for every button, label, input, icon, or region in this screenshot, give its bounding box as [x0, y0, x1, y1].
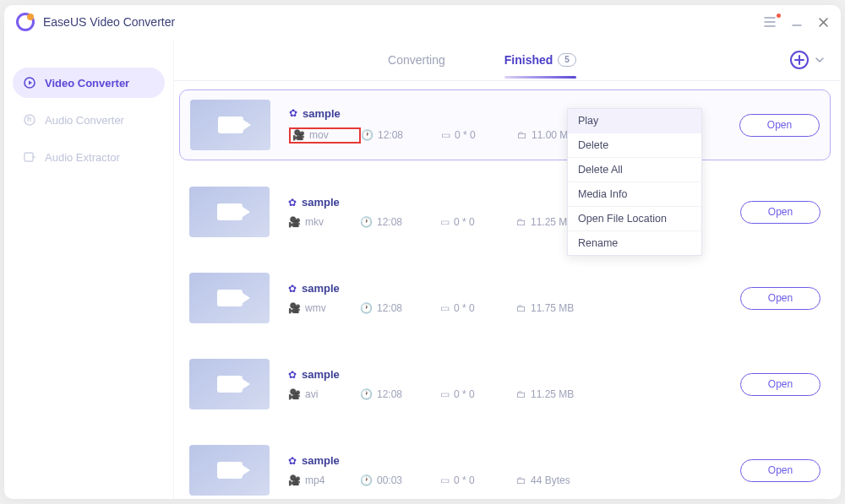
open-button[interactable]: Open — [740, 201, 820, 224]
video-converter-icon — [23, 76, 36, 89]
folder-icon: 🗀 — [516, 302, 526, 314]
settings-icon[interactable]: ✿ — [288, 369, 297, 381]
file-list: ✿ sample 🎥mov 🕐12:08 ▭0 * 0 🗀11.00 MB Op… — [174, 81, 841, 499]
clock-icon: 🕐 — [360, 302, 373, 314]
close-button[interactable] — [818, 17, 829, 28]
sidebar-item-audio-extractor[interactable]: Audio Extractor — [13, 142, 165, 172]
app-logo-icon — [16, 13, 35, 31]
sidebar-item-video-converter[interactable]: Video Converter — [13, 68, 165, 98]
resolution-icon: ▭ — [440, 388, 450, 400]
add-button[interactable] — [790, 51, 809, 69]
svg-point-1 — [25, 115, 35, 125]
folder-icon: 🗀 — [516, 388, 526, 400]
tab-actions — [790, 51, 824, 69]
file-format: 🎥wmv — [288, 302, 360, 314]
title-bar: EaseUS Video Converter — [4, 5, 841, 39]
file-resolution: ▭0 * 0 — [440, 474, 516, 486]
thumbnail — [189, 273, 270, 323]
tab-converting[interactable]: Converting — [388, 41, 445, 79]
thumbnail — [189, 445, 270, 496]
video-icon — [217, 203, 243, 220]
folder-icon: 🗀 — [517, 129, 527, 141]
context-menu-delete-all[interactable]: Delete All — [568, 158, 701, 182]
file-size: 🗀44 Bytes — [516, 474, 584, 486]
open-button[interactable]: Open — [740, 373, 820, 396]
app-body: Video Converter Audio Converter Audio Ex… — [4, 39, 841, 499]
sidebar: Video Converter Audio Converter Audio Ex… — [4, 39, 173, 499]
app-title: EaseUS Video Converter — [43, 15, 175, 29]
thumbnail — [189, 359, 270, 409]
settings-icon[interactable]: ✿ — [288, 455, 297, 467]
camera-icon: 🎥 — [288, 474, 301, 486]
file-duration: 🕐12:08 — [360, 216, 440, 228]
add-dropdown-icon[interactable] — [815, 57, 824, 62]
video-icon — [217, 290, 243, 306]
thumbnail — [189, 187, 270, 237]
context-menu-play[interactable]: Play — [568, 109, 701, 133]
file-meta: ✿ sample 🎥wmv 🕐12:08 ▭0 * 0 🗀11.75 MB — [288, 282, 740, 314]
settings-icon[interactable]: ✿ — [288, 283, 297, 295]
app-window: EaseUS Video Converter Video Converter — [4, 5, 841, 499]
folder-icon: 🗀 — [516, 474, 526, 486]
open-button[interactable]: Open — [740, 287, 820, 310]
file-format: 🎥mov — [289, 127, 361, 144]
main-panel: Converting Finished 5 — [173, 39, 841, 499]
file-resolution: ▭0 * 0 — [440, 388, 516, 400]
context-menu-delete[interactable]: Delete — [568, 133, 701, 158]
video-icon — [218, 117, 243, 133]
file-name: sample — [302, 282, 340, 295]
resolution-icon: ▭ — [440, 216, 450, 228]
resolution-icon: ▭ — [440, 474, 450, 486]
file-meta: ✿ sample 🎥avi 🕐12:08 ▭0 * 0 🗀11.25 MB — [288, 368, 740, 400]
file-row[interactable]: ✿ sample 🎥avi 🕐12:08 ▭0 * 0 🗀11.25 MB Op… — [179, 350, 831, 419]
open-button[interactable]: Open — [739, 114, 820, 137]
file-row[interactable]: ✿ sample 🎥mp4 🕐00:03 ▭0 * 0 🗀44 Bytes Op… — [179, 436, 831, 499]
sidebar-item-audio-converter[interactable]: Audio Converter — [13, 105, 165, 135]
menu-icon[interactable] — [764, 17, 776, 27]
tab-finished[interactable]: Finished 5 — [504, 41, 576, 79]
file-row[interactable]: ✿ sample 🎥wmv 🕐12:08 ▭0 * 0 🗀11.75 MB Op… — [179, 263, 831, 333]
camera-icon: 🎥 — [288, 216, 301, 228]
svg-rect-2 — [25, 153, 33, 161]
open-button[interactable]: Open — [740, 459, 820, 482]
camera-icon: 🎥 — [288, 388, 301, 400]
audio-converter-icon — [23, 113, 36, 127]
clock-icon: 🕐 — [361, 129, 373, 141]
video-icon — [217, 462, 243, 479]
file-name: sample — [302, 454, 340, 467]
camera-icon: 🎥 — [292, 129, 305, 141]
context-menu: Play Delete Delete All Media Info Open F… — [567, 108, 702, 256]
clock-icon: 🕐 — [360, 474, 373, 486]
tab-label: Converting — [388, 53, 445, 67]
settings-icon[interactable]: ✿ — [288, 197, 297, 209]
sidebar-item-label: Audio Converter — [45, 114, 124, 127]
file-row[interactable]: ✿ sample 🎥mov 🕐12:08 ▭0 * 0 🗀11.00 MB Op… — [179, 89, 831, 160]
finished-count-badge: 5 — [558, 53, 576, 67]
file-format: 🎥avi — [288, 388, 360, 400]
file-format: 🎥mp4 — [288, 474, 360, 486]
file-size: 🗀11.75 MB — [516, 302, 584, 314]
file-meta: ✿ sample 🎥mp4 🕐00:03 ▭0 * 0 🗀44 Bytes — [288, 454, 740, 486]
context-menu-media-info[interactable]: Media Info — [568, 182, 701, 207]
file-resolution: ▭0 * 0 — [441, 129, 517, 141]
settings-icon[interactable]: ✿ — [289, 107, 297, 119]
file-size: 🗀11.25 MB — [516, 388, 584, 400]
file-name: sample — [302, 196, 340, 209]
camera-icon: 🎥 — [288, 302, 301, 314]
tabs-bar: Converting Finished 5 — [174, 39, 841, 81]
file-resolution: ▭0 * 0 — [440, 216, 516, 228]
context-menu-rename[interactable]: Rename — [568, 231, 701, 255]
resolution-icon: ▭ — [441, 129, 450, 141]
context-menu-open-file-location[interactable]: Open File Location — [568, 207, 701, 231]
clock-icon: 🕐 — [360, 216, 373, 228]
file-duration: 🕐00:03 — [360, 474, 440, 486]
audio-extractor-icon — [23, 150, 36, 164]
file-duration: 🕐12:08 — [360, 388, 440, 400]
minimize-button[interactable] — [791, 16, 803, 28]
file-row[interactable]: ✿ sample 🎥mkv 🕐12:08 ▭0 * 0 🗀11.25 MB Op… — [179, 177, 831, 247]
clock-icon: 🕐 — [360, 388, 373, 400]
thumbnail — [190, 100, 270, 150]
sidebar-item-label: Video Converter — [45, 77, 129, 89]
file-resolution: ▭0 * 0 — [440, 302, 516, 314]
file-name: sample — [302, 368, 340, 381]
